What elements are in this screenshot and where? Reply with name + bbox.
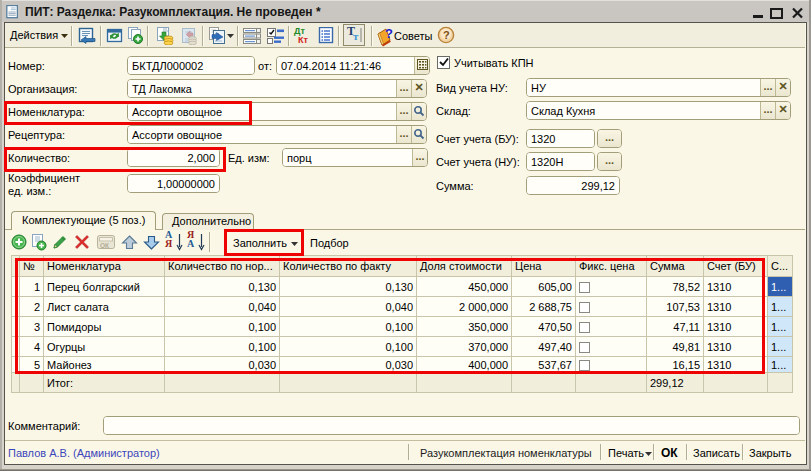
svg-text:ОК: ОК xyxy=(100,242,109,249)
svg-text:?: ? xyxy=(385,26,393,41)
svg-text:?: ? xyxy=(443,29,450,41)
